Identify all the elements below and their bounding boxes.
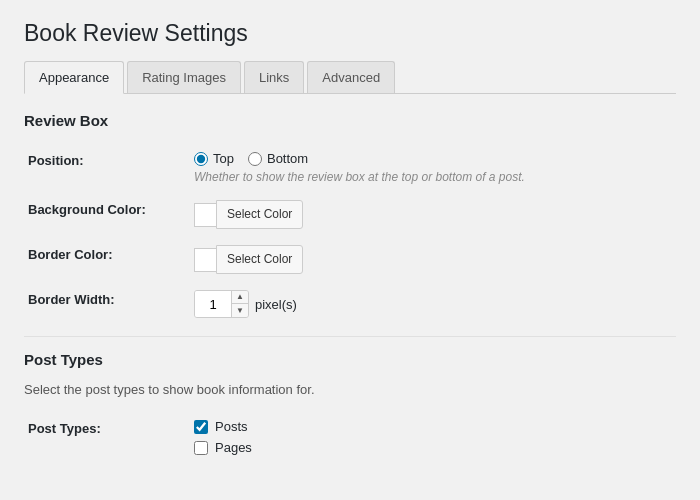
border-width-control: ▲ ▼ pixel(s) bbox=[194, 290, 672, 318]
post-types-form: Post Types: Posts Pages bbox=[24, 411, 676, 469]
position-hint: Whether to show the review box at the to… bbox=[194, 170, 672, 184]
pages-label: Pages bbox=[215, 440, 252, 455]
position-label: Position: bbox=[28, 153, 84, 168]
background-color-swatch bbox=[194, 203, 216, 227]
review-box-form: Position: Top Bottom bbox=[24, 143, 676, 326]
position-top-option[interactable]: Top bbox=[194, 151, 234, 166]
post-types-section: Post Types Select the post types to show… bbox=[24, 336, 676, 469]
border-color-button[interactable]: Select Color bbox=[216, 245, 303, 274]
post-types-heading: Post Types bbox=[24, 351, 676, 368]
border-color-label: Border Color: bbox=[28, 247, 113, 262]
posts-label: Posts bbox=[215, 419, 248, 434]
border-width-label: Border Width: bbox=[28, 292, 115, 307]
section-divider bbox=[24, 336, 676, 337]
tab-advanced[interactable]: Advanced bbox=[307, 61, 395, 93]
posts-checkbox-label[interactable]: Posts bbox=[194, 419, 672, 434]
posts-checkbox[interactable] bbox=[194, 420, 208, 434]
border-width-input[interactable] bbox=[195, 291, 231, 317]
position-bottom-radio[interactable] bbox=[248, 152, 262, 166]
position-row: Position: Top Bottom bbox=[24, 143, 676, 192]
pages-checkbox-label[interactable]: Pages bbox=[194, 440, 672, 455]
post-types-label: Post Types: bbox=[28, 421, 101, 436]
post-types-description: Select the post types to show book infor… bbox=[24, 382, 676, 397]
border-width-row: Border Width: ▲ ▼ pixel(s) bbox=[24, 282, 676, 326]
spinner-down-button[interactable]: ▼ bbox=[232, 304, 248, 317]
tab-appearance[interactable]: Appearance bbox=[24, 61, 124, 94]
position-radio-group: Top Bottom bbox=[194, 151, 672, 166]
pixel-label: pixel(s) bbox=[255, 297, 297, 312]
tab-rating-images[interactable]: Rating Images bbox=[127, 61, 241, 93]
content-area: Review Box Position: Top bbox=[24, 94, 676, 469]
position-bottom-label: Bottom bbox=[267, 151, 308, 166]
tabs-nav: Appearance Rating Images Links Advanced bbox=[24, 61, 676, 94]
background-color-label: Background Color: bbox=[28, 202, 146, 217]
pages-checkbox[interactable] bbox=[194, 441, 208, 455]
spinner-up-button[interactable]: ▲ bbox=[232, 291, 248, 304]
border-color-row: Border Color: Select Color bbox=[24, 237, 676, 282]
background-color-picker: Select Color bbox=[194, 200, 672, 229]
page-title: Book Review Settings bbox=[24, 20, 676, 47]
background-color-button[interactable]: Select Color bbox=[216, 200, 303, 229]
position-bottom-option[interactable]: Bottom bbox=[248, 151, 308, 166]
tab-links[interactable]: Links bbox=[244, 61, 304, 93]
spinner-buttons: ▲ ▼ bbox=[231, 291, 248, 317]
review-box-heading: Review Box bbox=[24, 112, 676, 129]
background-color-row: Background Color: Select Color bbox=[24, 192, 676, 237]
position-top-radio[interactable] bbox=[194, 152, 208, 166]
post-types-row: Post Types: Posts Pages bbox=[24, 411, 676, 469]
border-color-picker: Select Color bbox=[194, 245, 672, 274]
position-top-label: Top bbox=[213, 151, 234, 166]
border-width-spinner: ▲ ▼ bbox=[194, 290, 249, 318]
border-color-swatch bbox=[194, 248, 216, 272]
